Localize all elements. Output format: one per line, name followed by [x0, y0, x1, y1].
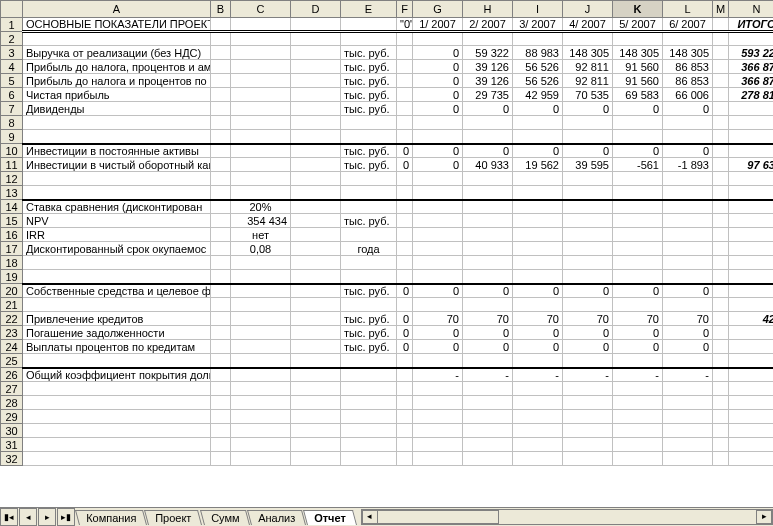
col-header-A[interactable]: A — [23, 1, 211, 18]
cell-N6[interactable]: 278 818 — [729, 88, 774, 102]
cell-B9[interactable] — [211, 130, 231, 144]
cell-C27[interactable] — [231, 382, 291, 396]
horizontal-scrollbar[interactable]: ◂ ▸ — [361, 509, 773, 525]
cell-C32[interactable] — [231, 452, 291, 466]
cell-A12[interactable] — [23, 172, 211, 186]
cell-M12[interactable] — [713, 172, 729, 186]
cell-K23[interactable]: 0 — [613, 326, 663, 340]
cell-B19[interactable] — [211, 270, 231, 284]
cell-E6[interactable]: тыс. руб. — [341, 88, 397, 102]
cell-F7[interactable] — [397, 102, 413, 116]
cell-G4[interactable]: 0 — [413, 60, 463, 74]
cell-B26[interactable] — [211, 368, 231, 382]
cell-C21[interactable] — [231, 298, 291, 312]
cell-N15[interactable] — [729, 214, 774, 228]
cell-M31[interactable] — [713, 438, 729, 452]
cell-G3[interactable]: 0 — [413, 46, 463, 60]
cell-L10[interactable]: 0 — [663, 144, 713, 158]
cell-G9[interactable] — [413, 130, 463, 144]
cell-F28[interactable] — [397, 396, 413, 410]
cell-E14[interactable] — [341, 200, 397, 214]
cell-C31[interactable] — [231, 438, 291, 452]
cell-I28[interactable] — [513, 396, 563, 410]
cell-M4[interactable] — [713, 60, 729, 74]
cell-I27[interactable] — [513, 382, 563, 396]
cell-A23[interactable]: Погашение задолженности — [23, 326, 211, 340]
cell-L14[interactable] — [663, 200, 713, 214]
cell-J21[interactable] — [563, 298, 613, 312]
cell-G13[interactable] — [413, 186, 463, 200]
cell-J8[interactable] — [563, 116, 613, 130]
row-header-5[interactable]: 5 — [1, 74, 23, 88]
cell-F31[interactable] — [397, 438, 413, 452]
cell-E29[interactable] — [341, 410, 397, 424]
cell-D24[interactable] — [291, 340, 341, 354]
cell-I30[interactable] — [513, 424, 563, 438]
cell-H14[interactable] — [463, 200, 513, 214]
cell-K18[interactable] — [613, 256, 663, 270]
cell-G7[interactable]: 0 — [413, 102, 463, 116]
col-header-K[interactable]: K — [613, 1, 663, 18]
cell-L18[interactable] — [663, 256, 713, 270]
cell-L28[interactable] — [663, 396, 713, 410]
cell-C29[interactable] — [231, 410, 291, 424]
cell-H15[interactable] — [463, 214, 513, 228]
cell-F15[interactable] — [397, 214, 413, 228]
cell-G19[interactable] — [413, 270, 463, 284]
cell-A6[interactable]: Чистая прибыль — [23, 88, 211, 102]
cell-N10[interactable]: 0 — [729, 144, 774, 158]
cell-K26[interactable]: - — [613, 368, 663, 382]
cell-I13[interactable] — [513, 186, 563, 200]
cell-G8[interactable] — [413, 116, 463, 130]
cell-C3[interactable] — [231, 46, 291, 60]
cell-E5[interactable]: тыс. руб. — [341, 74, 397, 88]
cell-E3[interactable]: тыс. руб. — [341, 46, 397, 60]
row-header-29[interactable]: 29 — [1, 410, 23, 424]
cell-D30[interactable] — [291, 424, 341, 438]
cell-J2[interactable] — [563, 32, 613, 46]
cell-L3[interactable]: 148 305 — [663, 46, 713, 60]
cell-C25[interactable] — [231, 354, 291, 368]
cell-H1[interactable]: 2/ 2007 — [463, 18, 513, 32]
cell-F12[interactable] — [397, 172, 413, 186]
cell-D27[interactable] — [291, 382, 341, 396]
cell-C14[interactable]: 20% — [231, 200, 291, 214]
row-header-28[interactable]: 28 — [1, 396, 23, 410]
cell-L32[interactable] — [663, 452, 713, 466]
row-header-8[interactable]: 8 — [1, 116, 23, 130]
cell-J17[interactable] — [563, 242, 613, 256]
cell-A29[interactable] — [23, 410, 211, 424]
col-header-B[interactable]: B — [211, 1, 231, 18]
cell-N2[interactable] — [729, 32, 774, 46]
cell-A20[interactable]: Собственные средства и целевое финансир — [23, 284, 211, 298]
cell-B4[interactable] — [211, 60, 231, 74]
cell-B5[interactable] — [211, 74, 231, 88]
cell-D5[interactable] — [291, 74, 341, 88]
cell-F22[interactable]: 0 — [397, 312, 413, 326]
cell-M15[interactable] — [713, 214, 729, 228]
row-header-1[interactable]: 1 — [1, 18, 23, 32]
cell-H8[interactable] — [463, 116, 513, 130]
cell-L15[interactable] — [663, 214, 713, 228]
cell-I8[interactable] — [513, 116, 563, 130]
cell-J23[interactable]: 0 — [563, 326, 613, 340]
cell-B24[interactable] — [211, 340, 231, 354]
cell-D11[interactable] — [291, 158, 341, 172]
cell-E32[interactable] — [341, 452, 397, 466]
cell-K29[interactable] — [613, 410, 663, 424]
cell-I21[interactable] — [513, 298, 563, 312]
cell-C10[interactable] — [231, 144, 291, 158]
cell-F29[interactable] — [397, 410, 413, 424]
cell-H18[interactable] — [463, 256, 513, 270]
cell-J15[interactable] — [563, 214, 613, 228]
cell-J28[interactable] — [563, 396, 613, 410]
cell-N12[interactable] — [729, 172, 774, 186]
cell-N20[interactable]: 0 — [729, 284, 774, 298]
cell-K5[interactable]: 91 560 — [613, 74, 663, 88]
cell-H27[interactable] — [463, 382, 513, 396]
col-header-H[interactable]: H — [463, 1, 513, 18]
row-header-4[interactable]: 4 — [1, 60, 23, 74]
cell-D22[interactable] — [291, 312, 341, 326]
cell-H6[interactable]: 29 735 — [463, 88, 513, 102]
cell-L12[interactable] — [663, 172, 713, 186]
